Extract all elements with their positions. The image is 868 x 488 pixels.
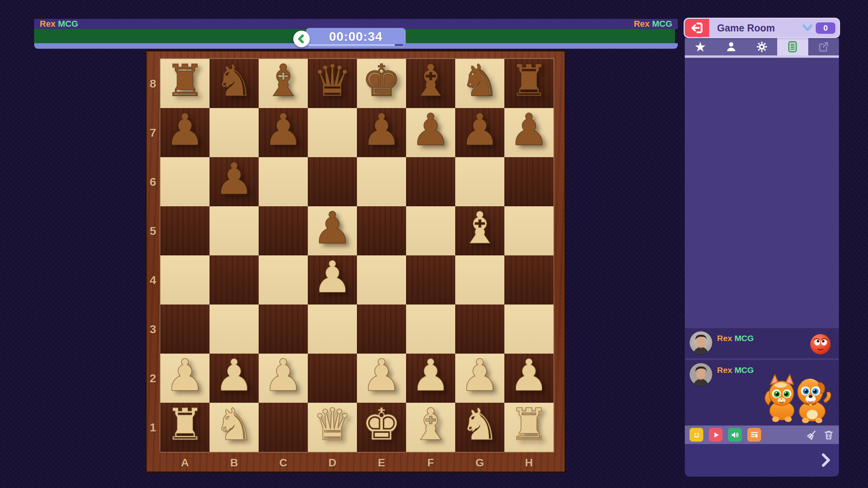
piece-light-pawn-f2[interactable]: ♟ [406,351,455,400]
chat-input-area[interactable] [685,444,839,477]
piece-dark-rook-h8[interactable]: ♜ [504,56,554,105]
square-e5[interactable] [357,206,406,255]
square-e3[interactable] [357,305,406,354]
square-d2[interactable] [308,354,357,403]
person-icon [725,41,737,53]
piece-dark-pawn-c7[interactable]: ♟ [259,105,308,154]
chevron-down-icon[interactable] [802,23,813,33]
sticker-feed-button[interactable] [747,428,761,442]
square-d7[interactable] [308,108,357,157]
piece-light-knight-b1[interactable]: ♞ [210,400,259,449]
piece-light-rook-a1[interactable]: ♜ [160,400,210,449]
expand-chat-button[interactable] [821,453,831,468]
square-c4[interactable] [259,255,308,305]
square-c3[interactable] [259,305,308,354]
file-label-E: E [357,454,406,471]
piece-dark-knight-b8[interactable]: ♞ [210,56,259,105]
piece-light-pawn-c2[interactable]: ♟ [259,351,308,400]
square-h6[interactable] [504,157,554,206]
avatar [690,331,712,354]
tab-chat-log[interactable] [777,38,808,55]
square-a3[interactable] [160,305,210,354]
piece-dark-king-e8[interactable]: ♚ [357,56,406,105]
notification-badge: 0 [816,22,835,34]
tab-players[interactable] [715,38,746,55]
square-e6[interactable] [357,157,406,206]
piece-light-queen-d1[interactable]: ♛ [308,400,357,449]
chat-message-row[interactable]: Rex MCG [685,360,839,426]
timer-progress-elapsed [308,44,395,46]
square-b5[interactable] [210,206,259,255]
square-e4[interactable] [357,255,406,305]
square-f5[interactable] [406,206,455,255]
timer-progress [308,44,403,46]
piece-light-pawn-e2[interactable]: ♟ [357,351,406,400]
square-h5[interactable] [504,206,554,255]
feed-icon [750,430,759,440]
delete-button[interactable] [823,429,834,440]
piece-dark-bishop-f8[interactable]: ♝ [406,56,455,105]
square-c1[interactable] [259,403,308,452]
piece-dark-rook-a8[interactable]: ♜ [160,56,210,105]
piece-dark-pawn-e7[interactable]: ♟ [357,105,406,154]
square-b3[interactable] [210,305,259,354]
sidebar-tab-bar: ★ [685,38,839,55]
square-f6[interactable] [406,157,455,206]
square-f4[interactable] [406,255,455,305]
timer-progress-remaining [395,44,403,46]
play-button[interactable] [709,428,723,442]
square-a5[interactable] [160,206,210,255]
piece-light-bishop-g5[interactable]: ♝ [455,204,504,253]
tab-favorites[interactable]: ★ [685,38,715,55]
rank-label-6: 6 [147,157,159,206]
game-timer: 00:00:34 [306,28,406,47]
piece-dark-bishop-c8[interactable]: ♝ [259,56,308,105]
piece-light-knight-g1[interactable]: ♞ [455,400,504,449]
square-b4[interactable] [210,255,259,305]
square-g6[interactable] [455,157,504,206]
piece-light-rook-h1[interactable]: ♜ [504,400,554,449]
chess-board: 87654321ABCDEFGH♜♞♝♛♚♝♞♜♟♟♟♟♟♟♟♟♝♟♟♟♟♟♟♟… [145,50,566,473]
piece-light-pawn-g2[interactable]: ♟ [455,351,504,400]
piece-light-pawn-b2[interactable]: ♟ [210,351,259,400]
tab-settings[interactable] [747,38,777,55]
room-title-bar[interactable]: Game Room 0 [709,19,839,37]
exit-door-icon [690,21,704,35]
piece-light-bishop-f1[interactable]: ♝ [406,400,455,449]
piece-light-pawn-d4[interactable]: ♟ [308,253,357,302]
piece-dark-pawn-a7[interactable]: ♟ [160,105,210,154]
piece-dark-pawn-f7[interactable]: ♟ [406,105,455,154]
square-f3[interactable] [406,305,455,354]
timer-collapse-button[interactable] [293,31,310,47]
tab-share[interactable] [808,38,839,55]
emoji-button[interactable] [690,428,703,442]
square-a4[interactable] [160,255,210,305]
chat-scroll-area[interactable] [685,58,839,328]
square-c6[interactable] [259,157,308,206]
piece-dark-pawn-h7[interactable]: ♟ [504,105,554,154]
square-a6[interactable] [160,157,210,206]
list-icon [786,40,799,53]
square-h3[interactable] [504,305,554,354]
panel-title: Game Room [717,22,775,34]
piece-light-pawn-a2[interactable]: ♟ [160,351,210,400]
square-g4[interactable] [455,255,504,305]
clear-chat-button[interactable] [806,429,818,441]
square-g3[interactable] [455,305,504,354]
square-d3[interactable] [308,305,357,354]
square-b7[interactable] [210,108,259,157]
piece-dark-pawn-d5[interactable]: ♟ [308,204,357,253]
piece-light-king-e1[interactable]: ♚ [357,400,406,449]
piece-dark-queen-d8[interactable]: ♛ [308,56,357,105]
sound-button[interactable] [728,428,742,442]
leave-room-button[interactable] [685,19,709,37]
chat-message-row[interactable]: Rex MCG [685,328,839,358]
square-d6[interactable] [308,157,357,206]
piece-dark-pawn-b6[interactable]: ♟ [210,154,259,204]
piece-light-pawn-h2[interactable]: ♟ [504,351,554,400]
piece-dark-pawn-g7[interactable]: ♟ [455,105,504,154]
square-h4[interactable] [504,255,554,305]
piece-dark-knight-g8[interactable]: ♞ [455,56,504,105]
chess-board-squares[interactable]: 87654321ABCDEFGH♜♞♝♛♚♝♞♜♟♟♟♟♟♟♟♟♝♟♟♟♟♟♟♟… [160,59,554,452]
square-c5[interactable] [259,206,308,255]
